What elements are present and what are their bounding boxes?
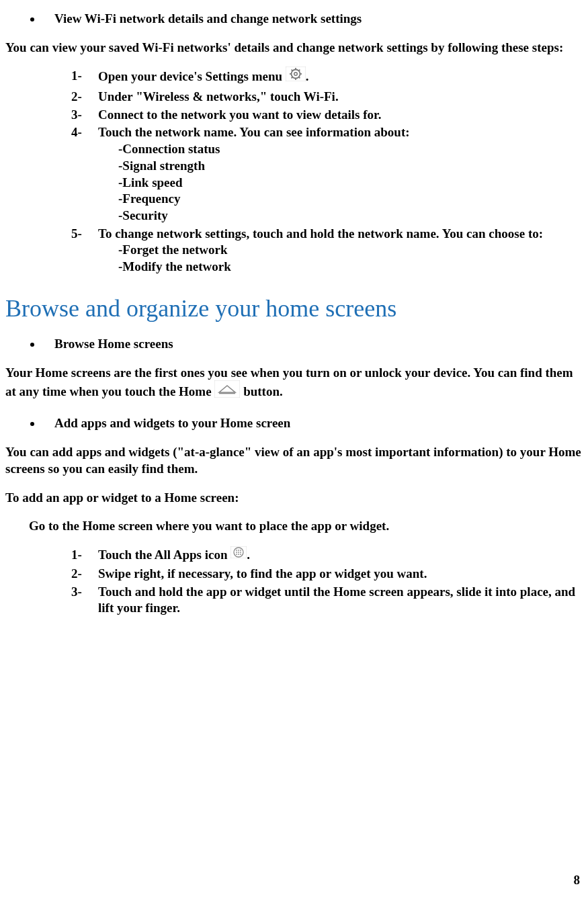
add-apps-para2: To add an app or widget to a Home screen… [5,490,583,507]
bullet-list-browse: Browse Home screens [5,336,583,353]
svg-point-16 [238,550,239,551]
svg-line-8 [298,77,300,79]
browse-home-text: Your Home screens are the first ones you… [5,365,583,403]
home-icon [214,380,240,402]
svg-line-7 [291,70,292,71]
sub-security: -Security [118,208,583,224]
add-apps-indent-line: Go to the Home screen where you want to … [5,518,583,535]
page-title: Browse and organize your home screens [5,293,583,325]
gear-icon [286,67,306,86]
wifi-step-5-sublist: -Forget the network -Modify the network [98,242,583,275]
svg-rect-11 [214,380,240,398]
bullet-list-add-apps: Add apps and widgets to your Home screen [5,415,583,432]
add-apps-step-1-b: . [247,548,250,562]
wifi-step-2: Under "Wireless & networks," touch Wi-Fi… [71,89,583,105]
wifi-step-4-text: Touch the network name. You can see info… [98,125,410,139]
bullet-add-apps: Add apps and widgets to your Home screen [42,415,583,432]
svg-point-20 [240,552,241,553]
svg-point-17 [240,550,241,551]
browse-home-text-b: button. [240,384,282,398]
bullet-view-wifi: View Wi-Fi network details and change ne… [42,11,583,28]
wifi-step-1: Open your device's Settings menu . [71,68,583,87]
svg-point-23 [240,554,241,555]
sub-signal-strength: -Signal strength [118,158,583,175]
all-apps-icon [230,546,247,563]
svg-line-9 [291,77,292,79]
wifi-step-5: To change network settings, touch and ho… [71,226,583,275]
add-apps-step-3: Touch and hold the app or widget until t… [71,584,583,617]
add-apps-steps-list: Touch the All Apps icon . Swipe right, i… [5,547,583,617]
wifi-step-1-text-a: Open your device's Settings menu [98,69,286,83]
add-apps-step-2: Swipe right, if necessary, to find the a… [71,566,583,583]
bullet-list-wifi: View Wi-Fi network details and change ne… [5,11,583,28]
sub-frequency: -Frequency [118,191,583,208]
sub-connection-status: -Connection status [118,141,583,158]
svg-point-19 [238,552,239,553]
wifi-step-4: Touch the network name. You can see info… [71,124,583,224]
sub-link-speed: -Link speed [118,175,583,191]
wifi-intro-text: You can view your saved Wi-Fi networks' … [5,40,583,56]
svg-point-18 [236,552,237,553]
wifi-step-4-sublist: -Connection status -Signal strength -Lin… [98,141,583,224]
add-apps-step-1: Touch the All Apps icon . [71,547,583,564]
bullet-browse-home: Browse Home screens [42,336,583,353]
svg-point-21 [236,554,237,555]
sub-modify-network: -Modify the network [118,259,583,275]
add-apps-step-1-a: Touch the All Apps icon [98,548,230,562]
add-apps-para1: You can add apps and widgets ("at-a-glan… [5,444,583,477]
wifi-steps-list: Open your device's Settings menu . Under… [5,68,583,275]
wifi-step-5-text: To change network settings, touch and ho… [98,226,543,241]
svg-point-22 [238,554,239,555]
svg-point-15 [236,550,237,551]
svg-line-10 [298,70,300,71]
wifi-step-3: Connect to the network you want to view … [71,107,583,124]
browse-home-text-a: Your Home screens are the first ones you… [5,366,573,398]
wifi-step-1-text-b: . [306,69,309,83]
sub-forget-network: -Forget the network [118,242,583,259]
